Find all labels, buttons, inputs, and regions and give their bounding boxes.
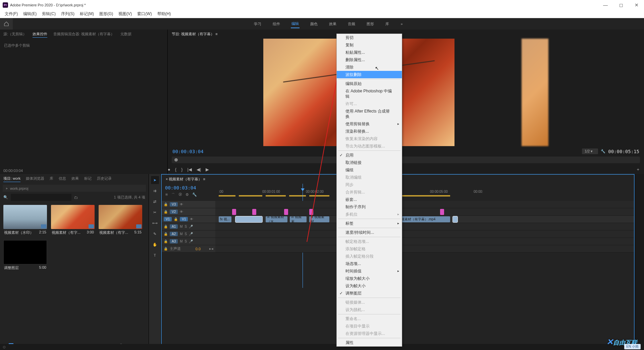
clip-item[interactable]: 视频素材（有字...3:00 bbox=[51, 205, 95, 236]
context-menu-item[interactable]: 剪切 bbox=[337, 34, 402, 41]
ime-indicator[interactable]: EN 小简 bbox=[624, 344, 641, 349]
maximize-button[interactable]: ◻ bbox=[616, 1, 626, 9]
lock-icon[interactable]: 🔒 bbox=[164, 210, 168, 214]
tab-audio-mixer[interactable]: 音频剪辑混合器: 视频素材（有字幕） bbox=[53, 32, 114, 38]
tab-libraries[interactable]: 库 bbox=[50, 176, 53, 182]
mute-icon[interactable]: M bbox=[180, 239, 182, 243]
track-lane-master[interactable] bbox=[215, 245, 634, 253]
timeline-tracks[interactable]: fx 视... fx 视频素材（水... fx 视频素... fx 视频素材..… bbox=[215, 201, 634, 253]
eye-icon[interactable]: 👁 bbox=[180, 210, 183, 214]
ripple-edit-tool-icon[interactable]: ⇄ bbox=[151, 198, 159, 206]
tab-effect-controls[interactable]: 效果控件 bbox=[33, 32, 47, 38]
menu-marker[interactable]: 标记(M) bbox=[78, 10, 96, 17]
context-menu-item[interactable]: 设为帧大小 bbox=[337, 282, 402, 290]
program-timecode[interactable]: 00:00:03:04 bbox=[172, 149, 204, 154]
context-menu-item[interactable]: 粘贴属性... bbox=[337, 49, 402, 56]
razor-tool-icon[interactable]: ✂ bbox=[151, 208, 159, 216]
context-menu-item[interactable]: 编组 bbox=[337, 166, 402, 174]
timeline-clip[interactable] bbox=[309, 209, 313, 215]
tab-info[interactable]: 信息 bbox=[59, 176, 66, 182]
wrench-icon[interactable]: 🔧 bbox=[192, 192, 197, 198]
timeline-ruler[interactable]: :00 00:00:01:00 00:00:02:00 00:00:05:00 … bbox=[215, 184, 634, 201]
track-header-v3[interactable]: 🔒V3👁 bbox=[162, 201, 215, 208]
context-menu-item[interactable]: 使用剪辑替换 bbox=[337, 120, 402, 128]
context-menu-item[interactable]: 属性 bbox=[337, 339, 402, 346]
timeline-clip[interactable] bbox=[252, 209, 256, 215]
workspace-libraries[interactable]: 库 bbox=[385, 20, 390, 28]
settings-icon[interactable]: ⚙ bbox=[185, 192, 189, 198]
tab-metadata[interactable]: 元数据 bbox=[120, 32, 131, 38]
marker-icon[interactable]: ⦿ bbox=[178, 192, 182, 198]
context-menu-item[interactable]: 删除属性... bbox=[337, 56, 402, 63]
timeline-clip-selected[interactable] bbox=[453, 216, 458, 222]
mic-icon[interactable]: 🎤 bbox=[189, 239, 193, 243]
track-header-v1[interactable]: V1🔒V1👁 bbox=[162, 216, 215, 223]
track-lane-v2[interactable] bbox=[215, 208, 634, 216]
track-header-v2[interactable]: 🔒V2👁 bbox=[162, 208, 215, 216]
track-lane-a1[interactable] bbox=[215, 223, 634, 230]
program-viewer[interactable] bbox=[168, 39, 644, 146]
timeline-clip[interactable] bbox=[440, 209, 444, 215]
track-lane-a2[interactable] bbox=[215, 230, 634, 238]
clip-item[interactable]: 视频素材（水印）2:15 bbox=[3, 205, 47, 236]
workspace-color[interactable]: 颜色 bbox=[310, 20, 318, 28]
menu-view[interactable]: 视图(V) bbox=[116, 10, 134, 17]
solo-icon[interactable]: S bbox=[185, 239, 187, 243]
context-menu-item[interactable]: 制作子序列 bbox=[337, 203, 402, 211]
mute-icon[interactable]: M bbox=[180, 225, 182, 228]
selection-tool-icon[interactable]: ➤ bbox=[151, 176, 159, 184]
source-patch[interactable]: V1 bbox=[164, 217, 172, 221]
timeline-clip[interactable] bbox=[284, 209, 288, 215]
context-menu-item[interactable]: 调整图层 bbox=[337, 290, 402, 297]
project-search-input[interactable] bbox=[11, 194, 71, 201]
menu-sequence[interactable]: 序列(S) bbox=[59, 10, 76, 17]
timeline-clip[interactable]: fx 视... bbox=[219, 216, 231, 222]
tab-markers[interactable]: 标记 bbox=[84, 176, 92, 182]
context-menu-item[interactable]: 取消链接 bbox=[337, 159, 402, 166]
track-select-tool-icon[interactable]: ⇉ bbox=[151, 187, 159, 195]
master-db[interactable]: 0.0 bbox=[196, 247, 201, 251]
menu-file[interactable]: 文件(F) bbox=[3, 10, 20, 17]
hand-tool-icon[interactable]: ✋ bbox=[151, 240, 159, 249]
lock-icon[interactable]: 🔒 bbox=[164, 247, 168, 251]
context-menu-item[interactable]: 渲染和替换... bbox=[337, 128, 402, 135]
context-menu-item[interactable]: 嵌套... bbox=[337, 196, 402, 203]
eye-icon[interactable]: 👁 bbox=[190, 217, 193, 221]
context-menu-item[interactable]: 使用 After Effects 合成替换 bbox=[337, 107, 402, 120]
track-header-a1[interactable]: 🔒A1MS🎤 bbox=[162, 223, 215, 230]
track-lane-v3[interactable] bbox=[215, 201, 634, 208]
lock-icon[interactable]: 🔒 bbox=[164, 225, 168, 228]
solo-icon[interactable]: S bbox=[185, 225, 187, 228]
timeline-clip[interactable]: 视频素材（有字幕）.mp4 bbox=[396, 216, 450, 222]
add-marker-icon[interactable]: ● bbox=[168, 167, 170, 172]
bin-icon[interactable]: 🗀 bbox=[74, 195, 78, 200]
context-menu-item[interactable]: 速度/持续时间... bbox=[337, 229, 402, 236]
resolution-dropdown[interactable]: 1/2 ▾ bbox=[582, 148, 598, 154]
workspace-effects[interactable]: 效果 bbox=[328, 20, 337, 28]
workspace-overflow[interactable]: » bbox=[400, 20, 403, 27]
tab-project[interactable]: 项目: work bbox=[3, 176, 20, 182]
snap-icon[interactable]: ※ bbox=[165, 192, 168, 198]
type-tool-icon[interactable]: T bbox=[151, 251, 159, 259]
slip-tool-icon[interactable]: ⟷ bbox=[151, 219, 159, 227]
context-menu-item[interactable]: 标签 bbox=[337, 220, 402, 227]
context-menu-item[interactable]: 编辑原始 bbox=[337, 80, 402, 87]
context-menu-item[interactable]: 波纹删除 bbox=[337, 71, 402, 78]
workspace-graphics[interactable]: 图形 bbox=[366, 20, 375, 28]
mic-icon[interactable]: 🎤 bbox=[189, 225, 193, 228]
context-menu-item[interactable]: 清除 bbox=[337, 63, 402, 71]
mark-out-icon[interactable]: } bbox=[181, 167, 182, 172]
track-lane-v1[interactable]: fx 视... fx 视频素材（水... fx 视频素... fx 视频素材..… bbox=[215, 216, 634, 223]
menu-edit[interactable]: 编辑(E) bbox=[21, 10, 39, 17]
context-menu-item[interactable]: 时间插值 bbox=[337, 267, 402, 275]
wrench-icon[interactable]: 🔧 bbox=[601, 149, 605, 154]
tab-history[interactable]: 历史记录 bbox=[97, 176, 112, 182]
context-menu-item[interactable]: 复制 bbox=[337, 41, 402, 49]
go-in-icon[interactable]: |◀ bbox=[187, 167, 192, 172]
menu-graphics[interactable]: 图形(G) bbox=[97, 10, 115, 17]
clip-item[interactable]: 视频素材（有字...5:15 bbox=[99, 205, 142, 236]
track-lane-a3[interactable] bbox=[215, 238, 634, 245]
context-menu-item[interactable]: 缩放为帧大小 bbox=[337, 275, 402, 282]
workspace-assembly[interactable]: 组件 bbox=[272, 20, 281, 28]
menu-help[interactable]: 帮助(H) bbox=[155, 10, 173, 17]
